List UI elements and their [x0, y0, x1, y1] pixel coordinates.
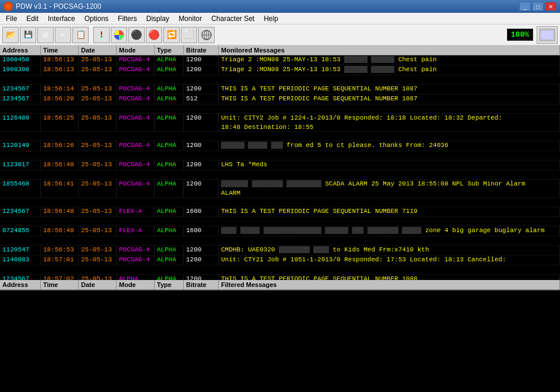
cell-bitrate: 512 — [184, 94, 219, 104]
cell-mode: POCSAG-4 — [117, 65, 155, 75]
empty-row — [0, 132, 560, 141]
toolbar-refresh[interactable]: 🔁 — [163, 27, 180, 43]
cell-message: ████ █████ ███████████████ ██████ ███ ██… — [219, 226, 560, 236]
menu-options[interactable]: Options — [80, 13, 113, 24]
table-row: 196030818:56:1325-05-13POCSAG-4ALPHA1200… — [0, 65, 560, 75]
cell-type: ALPHA — [155, 246, 184, 255]
table-row: 114008318:57:0125-05-13POCSAG-4ALPHA1200… — [0, 256, 560, 265]
main-area: Address Time Date Mode Type Bitrate Moni… — [0, 46, 560, 392]
cell-date: 25-05-13 — [79, 114, 117, 123]
signal-percent: 100% — [507, 29, 533, 41]
maximize-button[interactable]: □ — [532, 2, 544, 11]
cell-date: 25-05-13 — [79, 246, 117, 255]
col-f-date: Date — [79, 280, 117, 289]
menu-filters[interactable]: Filters — [113, 13, 142, 24]
cell-address: 0724855 — [0, 226, 41, 236]
cell-message: THIS IS A TEST PERIODIC PAGE SEQUENTIAL … — [219, 275, 560, 280]
cell-type: ALPHA — [155, 226, 184, 236]
col-f-address: Address — [0, 280, 41, 289]
toolbar-open[interactable]: 📂 — [2, 27, 19, 43]
message-row: 112301718:56:4025-05-13POCSAG-4ALPHA1200… — [0, 160, 560, 170]
toolbar-box[interactable]: ⬜ — [181, 27, 197, 43]
cell-date: 25-05-13 — [79, 180, 117, 189]
close-button[interactable]: ✕ — [545, 2, 556, 11]
toolbar-save[interactable]: 💾 — [20, 27, 36, 43]
cell-address: 1234567 — [0, 275, 41, 280]
cell-address: 1120547 — [0, 246, 41, 255]
col-monitored-messages: Monitored Messages — [219, 46, 560, 55]
toolbar: 📂 💾 🖨 ✂ 📋 ! ⚫ 🔴 🔁 ⬜ 100% — [0, 24, 560, 46]
cell-time: 18:56:53 — [41, 246, 79, 255]
table-row: 112648918:56:2525-05-13POCSAG-4ALPHA1200… — [0, 114, 560, 132]
toolbar-color[interactable] — [111, 27, 127, 43]
menu-file[interactable]: File — [1, 13, 22, 24]
cell-mode: POCSAG-4 — [117, 114, 155, 123]
menu-help[interactable]: Help — [259, 13, 283, 24]
cell-time: 18:56:41 — [41, 180, 79, 189]
cell-date: 25-05-13 — [79, 226, 117, 236]
cell-date: 25-05-13 — [79, 65, 117, 75]
toolbar-print[interactable]: 🖨 — [37, 27, 54, 43]
cell-time: 18:56:26 — [41, 141, 79, 150]
menu-interface[interactable]: Interface — [43, 13, 80, 24]
cell-address: 1960450 — [0, 55, 41, 65]
toolbar-paste[interactable]: 📋 — [72, 27, 89, 43]
cell-type: ALPHA — [155, 85, 184, 94]
cell-message: ██████ █████ ███ from ed 5 to ct please.… — [219, 141, 560, 150]
cell-type: ALPHA — [155, 55, 184, 65]
toolbar-exclaim[interactable]: ! — [93, 27, 110, 43]
cell-address: 1234567 — [0, 207, 41, 216]
col-f-type: Type — [155, 280, 184, 289]
cell-message-cont: 18:48 Destination: 18:55 — [219, 123, 560, 131]
message-row: 112014918:56:2625-05-13POCSAG-4ALPHA1200… — [0, 141, 560, 150]
toolbar-globe[interactable] — [198, 27, 215, 43]
cell-type: ALPHA — [155, 207, 184, 216]
cell-address: 1960308 — [0, 65, 41, 75]
cell-address: 1234567 — [0, 94, 41, 104]
cell-type: ALPHA — [155, 180, 184, 189]
window-title: PDW v3.1 - POCSAG-1200 — [16, 2, 102, 10]
title-bar: PDW v3.1 - POCSAG-1200 _ □ ✕ — [0, 0, 560, 13]
menu-edit[interactable]: Edit — [22, 13, 43, 24]
empty-row — [0, 75, 560, 85]
empty-row — [0, 265, 560, 275]
cell-address: 1123017 — [0, 160, 41, 170]
menu-character-set[interactable]: Character Set — [206, 13, 259, 24]
toolbar-record-stop[interactable]: ⚫ — [128, 27, 145, 43]
cell-address: 1234567 — [0, 85, 41, 94]
filtered-messages-area[interactable] — [0, 290, 560, 392]
cell-address: 1855468 — [0, 180, 41, 189]
message-row: 185546818:56:4125-05-13POCSAG-4ALPHA1200… — [0, 180, 560, 189]
cell-bitrate: 1200 — [184, 65, 219, 75]
minimize-button[interactable]: _ — [519, 2, 531, 11]
toolbar-cut[interactable]: ✂ — [55, 27, 71, 43]
toolbar-extra[interactable] — [537, 26, 558, 44]
menu-monitor[interactable]: Monitor — [174, 13, 206, 24]
cell-mode: POCSAG-4 — [117, 94, 155, 104]
message-row: 196030818:56:1325-05-13POCSAG-4ALPHA1200… — [0, 65, 560, 75]
cell-address: 1120149 — [0, 141, 41, 150]
cell-time: 18:56:48 — [41, 207, 79, 216]
message-row: 112648918:56:2525-05-13POCSAG-4ALPHA1200… — [0, 114, 560, 123]
monitored-messages-area[interactable]: 196045018:56:1325-05-13POCSAG-4ALPHA1200… — [0, 55, 560, 280]
table-row: 112054718:56:5325-05-13POCSAG-4ALPHA1200… — [0, 246, 560, 256]
table-row: 112014918:56:2625-05-13POCSAG-4ALPHA1200… — [0, 141, 560, 151]
col-time: Time — [41, 46, 79, 55]
cell-mode: FLEX-A — [117, 207, 155, 216]
cell-bitrate: 1200 — [184, 275, 219, 280]
table-row: 072485518:56:4825-05-13FLEX-AALPHA1600██… — [0, 226, 560, 236]
cell-date: 25-05-13 — [79, 141, 117, 150]
table-row: 112301718:56:4025-05-13POCSAG-4ALPHA1200… — [0, 160, 560, 170]
cell-message: CMDHB: UAE0320 ████████ ████ to Kids Med… — [219, 246, 560, 255]
message-row: 123456718:57:0225-05-13ALPHAALPHA1200THI… — [0, 275, 560, 280]
cell-message: Unit: CITY2 Job # 1224-1-2013/0 Responde… — [219, 114, 560, 123]
message-row-continuation: 18:48 Destination: 18:55 — [0, 123, 560, 131]
cell-time: 18:56:20 — [41, 94, 79, 104]
toolbar-record[interactable]: 🔴 — [146, 27, 162, 43]
table-row: 123456718:56:2025-05-13POCSAG-4ALPHA512T… — [0, 94, 560, 104]
menu-display[interactable]: Display — [142, 13, 174, 24]
cell-type: ALPHA — [155, 94, 184, 104]
window-controls: _ □ ✕ — [519, 2, 556, 11]
cell-bitrate: 1600 — [184, 207, 219, 216]
cell-address: 1140083 — [0, 256, 41, 265]
